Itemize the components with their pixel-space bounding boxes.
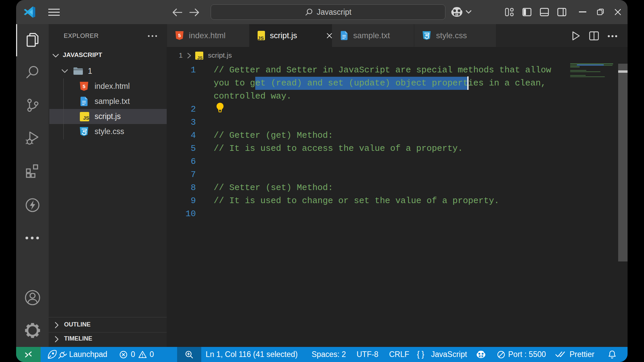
svg-text:5: 5: [178, 33, 181, 38]
svg-text:5: 5: [83, 83, 85, 89]
